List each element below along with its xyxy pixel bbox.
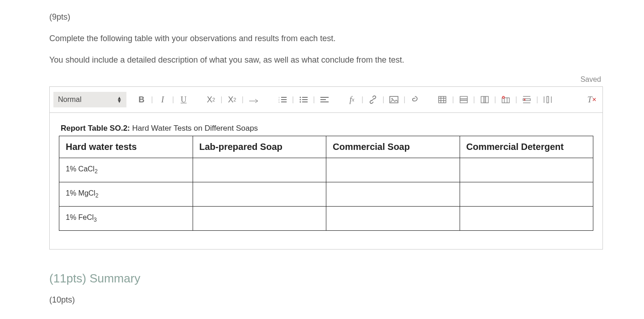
- document-page: (9pts) Complete the following table with…: [0, 0, 644, 319]
- summary-sub-points: (10pts): [49, 294, 603, 306]
- image-button[interactable]: [387, 94, 401, 105]
- arrow-icon[interactable]: [246, 95, 262, 105]
- delete-row-button[interactable]: [520, 94, 534, 105]
- bold-button[interactable]: B: [135, 93, 148, 106]
- chem-sub: 2: [94, 169, 98, 175]
- subscript-button[interactable]: X2: [204, 93, 218, 106]
- separator: |: [312, 96, 316, 104]
- paragraph-format-select[interactable]: Normal ▲▼: [53, 92, 126, 107]
- table-row: 1% CaCl2: [59, 158, 593, 182]
- separator: |: [535, 96, 539, 104]
- svg-rect-23: [460, 99, 467, 101]
- editor-content[interactable]: Report Table SO.2: Hard Water Tests on D…: [50, 113, 602, 249]
- table-row: 1% FeCl3: [59, 207, 593, 231]
- cell[interactable]: [326, 158, 460, 182]
- row-label[interactable]: 1% CaCl2: [59, 158, 193, 182]
- cell[interactable]: [193, 182, 326, 207]
- question-points: (9pts): [49, 11, 603, 23]
- question-text-2: You should include a detailed descriptio…: [49, 54, 603, 66]
- separator: |: [472, 96, 476, 104]
- cell[interactable]: [460, 158, 593, 182]
- separator: |: [403, 96, 406, 104]
- separator: |: [451, 96, 455, 104]
- attachment-button[interactable]: [408, 94, 422, 105]
- separator: |: [171, 96, 175, 104]
- table-caption-rest: Hard Water Tests on Different Soaps: [130, 124, 258, 133]
- separator: |: [514, 96, 518, 104]
- report-table: Hard water tests Lab-prepared Soap Comme…: [59, 136, 593, 231]
- table-row: 1% MgCl2: [59, 182, 593, 207]
- chem-sub: 3: [94, 217, 97, 223]
- updown-icon: ▲▼: [117, 96, 122, 103]
- insert-column-button[interactable]: [478, 94, 492, 105]
- saved-status: Saved: [49, 75, 603, 84]
- delete-column-button[interactable]: [541, 94, 555, 105]
- underline-button[interactable]: U: [177, 93, 190, 106]
- insert-table-button[interactable]: [435, 94, 449, 105]
- chem-text: 1% CaCl: [66, 165, 94, 173]
- svg-point-9: [299, 99, 301, 101]
- cell[interactable]: [193, 158, 326, 182]
- clear-formatting-button[interactable]: T✕: [585, 93, 599, 106]
- svg-rect-18: [439, 96, 446, 103]
- row-label[interactable]: 1% FeCl3: [59, 207, 193, 231]
- rich-text-editor: Normal ▲▼ B | I | U X2 | X2 | 123 |: [49, 86, 603, 250]
- separator: |: [382, 96, 385, 104]
- svg-point-11: [299, 101, 301, 103]
- insert-row-button[interactable]: [457, 94, 471, 105]
- ordered-list-button[interactable]: 123: [276, 94, 289, 105]
- italic-button[interactable]: I: [156, 93, 169, 106]
- equation-button[interactable]: fx: [345, 93, 359, 106]
- svg-text:3: 3: [278, 101, 280, 103]
- superscript-button[interactable]: X2: [225, 93, 239, 106]
- separator: |: [220, 96, 223, 104]
- editor-toolbar: Normal ▲▼ B | I | U X2 | X2 | 123 |: [50, 87, 602, 113]
- summary-heading: (11pts) Summary: [49, 271, 603, 286]
- svg-point-17: [392, 98, 393, 100]
- link-button[interactable]: [366, 94, 380, 106]
- separator: |: [241, 96, 244, 104]
- chem-text: 1% FeCl: [66, 213, 94, 221]
- delete-table-button[interactable]: [499, 94, 513, 105]
- th-hard-water-tests[interactable]: Hard water tests: [59, 136, 193, 158]
- separator: |: [150, 96, 154, 104]
- cell[interactable]: [193, 207, 326, 231]
- table-caption-bold: Report Table SO.2:: [61, 124, 130, 133]
- th-commercial-soap[interactable]: Commercial Soap: [326, 136, 460, 158]
- unordered-list-button[interactable]: [297, 94, 310, 105]
- separator: |: [291, 96, 295, 104]
- th-lab-prepared-soap[interactable]: Lab-prepared Soap: [193, 136, 326, 158]
- th-commercial-detergent[interactable]: Commercial Detergent: [460, 136, 593, 158]
- chem-text: 1% MgCl: [66, 189, 95, 197]
- table-header-row: Hard water tests Lab-prepared Soap Comme…: [59, 136, 593, 158]
- separator: |: [361, 96, 364, 104]
- table-caption: Report Table SO.2: Hard Water Tests on D…: [59, 124, 593, 136]
- svg-rect-42: [547, 96, 549, 103]
- separator: |: [493, 96, 497, 104]
- cell[interactable]: [326, 207, 460, 231]
- svg-point-7: [299, 97, 301, 98]
- chem-sub: 2: [95, 193, 99, 199]
- row-label[interactable]: 1% MgCl2: [59, 182, 193, 207]
- cell[interactable]: [460, 182, 593, 207]
- align-button[interactable]: [318, 95, 331, 105]
- paragraph-format-label: Normal: [58, 96, 82, 104]
- cell[interactable]: [326, 182, 460, 207]
- question-text-1: Complete the following table with your o…: [49, 32, 603, 45]
- cell[interactable]: [460, 207, 593, 231]
